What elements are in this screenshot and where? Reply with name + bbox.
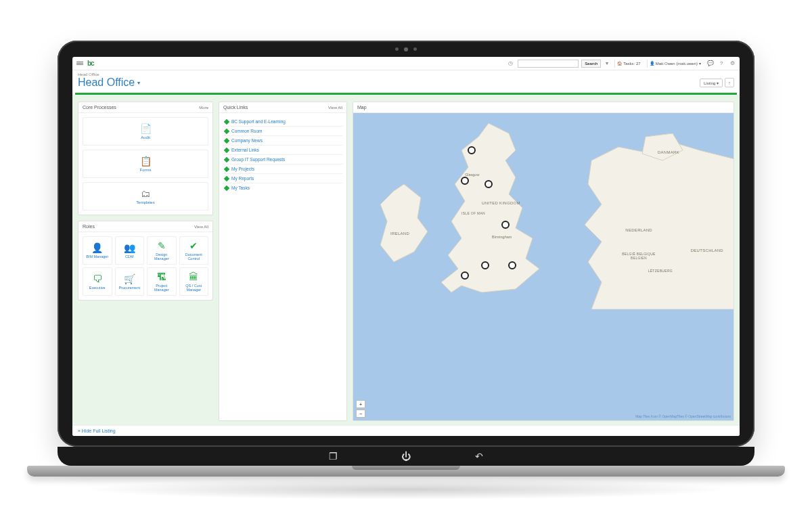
role-item[interactable]: ✎ Design Manager — [147, 236, 177, 265]
power-icon: ⏻ — [400, 450, 412, 462]
role-item[interactable]: 👥 CDM — [115, 236, 145, 265]
map-marker[interactable] — [481, 261, 489, 269]
user-menu[interactable]: 👤 Matt Owen (matt.owen) ▾ — [647, 60, 703, 68]
quicklink-label: My Reports — [231, 176, 254, 181]
quicklink-item[interactable]: My Tasks — [223, 183, 342, 192]
map-marker[interactable] — [484, 180, 493, 188]
core-process-item[interactable]: 📋 Forms — [83, 150, 208, 178]
recent-apps-icon: ❐ — [327, 450, 339, 462]
quicklink-item[interactable]: My Projects — [223, 164, 342, 174]
role-item[interactable]: ✔ Document Control — [179, 236, 209, 265]
map-marker[interactable] — [501, 221, 510, 229]
zoom-out-button[interactable]: − — [356, 410, 365, 418]
diamond-icon — [224, 118, 229, 124]
core-process-icon: 📋 — [140, 156, 152, 167]
map-label-uk: UNITED KINGDOM — [482, 201, 520, 205]
app-screen: bc ◷ Search ▾ 🏠 Tasks: 27 👤 Matt Owen (m… — [72, 57, 740, 436]
title-dropdown-icon[interactable]: ▾ — [137, 80, 140, 86]
landmass-gb — [414, 120, 556, 303]
clock-icon[interactable]: ◷ — [507, 60, 514, 67]
quicklinks-viewall[interactable]: View All — [328, 106, 342, 110]
quicklinks-panel: Quick Links View All BC Support and E-Le… — [219, 102, 347, 421]
diamond-icon — [224, 185, 229, 190]
app-logo[interactable]: bc — [87, 60, 94, 67]
search-input[interactable] — [518, 60, 579, 68]
laptop-keyboard-bar: ❐ ⏻ ↶ — [58, 447, 754, 466]
footer-row: « Hide Full Listing — [72, 425, 740, 436]
up-button[interactable]: ↑ — [725, 78, 734, 87]
tasks-label: Tasks: 27 — [623, 62, 640, 66]
role-item[interactable]: 👤 BIM Manager — [83, 236, 112, 265]
map-canvas[interactable]: UNITED KINGDOM IRELAND ISLE OF MAN DANMA… — [353, 113, 734, 420]
quicklink-item[interactable]: Group IT Support Requests — [223, 155, 342, 164]
chat-icon[interactable]: 💬 — [707, 60, 714, 67]
quicklink-label: Group IT Support Requests — [231, 157, 285, 162]
search-button[interactable]: Search — [581, 60, 601, 68]
page-title[interactable]: Head Office — [78, 76, 135, 89]
role-icon: ✎ — [158, 240, 166, 251]
role-icon: 🛒 — [124, 273, 135, 284]
search-dropdown-icon[interactable]: ▾ — [604, 60, 610, 67]
listing-button[interactable]: Listing ▾ — [700, 79, 723, 87]
map-marker[interactable] — [508, 261, 516, 269]
search-box: Search ▾ — [518, 60, 610, 68]
back-icon: ↶ — [473, 450, 485, 462]
settings-icon[interactable]: ⚙ — [729, 60, 736, 67]
role-item[interactable]: 🏗 Project Manager — [147, 267, 177, 296]
quicklink-item[interactable]: Common Room — [223, 127, 342, 136]
map-city-glasgow: Glasgow — [465, 173, 479, 177]
role-item[interactable]: 🗨 Executive — [83, 267, 112, 296]
map-city-birmingham: Birmingham — [492, 235, 512, 239]
dashboard-body: Core Processes More 📄 Audit📋 Forms🗂 Temp… — [72, 95, 740, 425]
quicklink-label: Company News — [231, 138, 263, 143]
diamond-icon — [224, 128, 229, 133]
role-label: Design Manager — [149, 252, 175, 261]
user-label: Matt Owen (matt.owen) — [656, 62, 698, 66]
title-row: Head Office ▾ Listing ▾ ↑ — [72, 76, 740, 93]
roles-viewall[interactable]: View All — [194, 225, 208, 229]
help-icon[interactable]: ? — [718, 60, 725, 67]
landmass-ireland — [374, 181, 434, 269]
role-icon: ✔ — [189, 240, 198, 251]
map-marker[interactable] — [461, 271, 469, 280]
core-processes-more[interactable]: More — [199, 106, 208, 110]
user-icon: 👤 — [650, 61, 654, 66]
role-item[interactable]: 🏛 QS / Cost Manager — [179, 267, 209, 296]
map-title: Map — [357, 105, 367, 110]
zoom-in-button[interactable]: + — [356, 400, 365, 408]
core-process-label: Audit — [141, 135, 150, 139]
quicklink-item[interactable]: BC Support and E-Learning — [223, 117, 342, 127]
role-item[interactable]: 🛒 Procurement — [115, 267, 145, 296]
map-marker[interactable] — [468, 146, 476, 154]
map-label-nederland: NEDERLAND — [625, 228, 652, 232]
roles-title: Roles — [83, 224, 95, 229]
role-label: BIM Manager — [86, 255, 108, 259]
core-process-item[interactable]: 🗂 Templates — [83, 182, 208, 211]
quicklink-item[interactable]: Company News — [223, 136, 342, 146]
map-label-iom: ISLE OF MAN — [461, 211, 485, 215]
map-panel: Map — [353, 102, 734, 421]
quicklink-label: My Tasks — [231, 185, 250, 190]
tasks-indicator[interactable]: 🏠 Tasks: 27 — [614, 60, 642, 68]
map-label-ireland: IRELAND — [390, 232, 409, 236]
diamond-icon — [224, 166, 229, 171]
menu-icon[interactable] — [76, 62, 83, 65]
quicklink-label: External Links — [231, 148, 259, 152]
quicklink-label: BC Support and E-Learning — [231, 119, 286, 124]
map-marker[interactable] — [461, 177, 469, 185]
breadcrumb[interactable]: Head Office — [72, 70, 740, 76]
core-process-icon: 🗂 — [141, 188, 150, 199]
hide-listing-link[interactable]: « Hide Full Listing — [78, 428, 116, 433]
core-process-item[interactable]: 📄 Audit — [83, 117, 208, 146]
role-icon: 👤 — [91, 242, 103, 253]
role-label: Project Manager — [149, 284, 175, 292]
topbar: bc ◷ Search ▾ 🏠 Tasks: 27 👤 Matt Owen (m… — [72, 57, 740, 70]
roles-panel: Roles View All 👤 BIM Manager👥 CDM✎ Desig… — [78, 221, 213, 301]
quicklinks-title: Quick Links — [223, 105, 248, 110]
laptop-shadow — [81, 479, 731, 500]
tasks-icon: 🏠 — [617, 61, 622, 66]
quicklink-item[interactable]: My Reports — [223, 174, 342, 183]
diamond-icon — [224, 137, 229, 143]
core-processes-panel: Core Processes More 📄 Audit📋 Forms🗂 Temp… — [78, 102, 213, 215]
quicklink-item[interactable]: External Links — [223, 146, 342, 155]
